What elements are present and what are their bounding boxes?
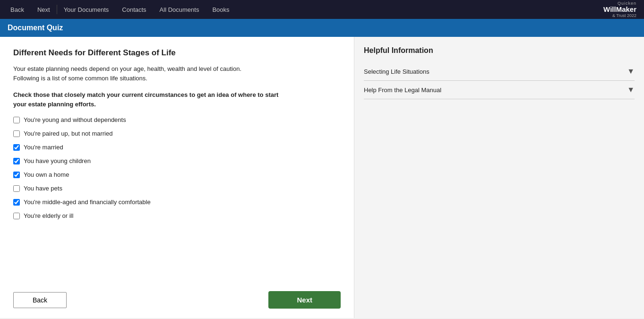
list-item[interactable]: You have pets (13, 185, 341, 192)
checkbox-label: You're elderly or ill (24, 212, 73, 219)
checkbox-own-home[interactable] (13, 172, 20, 178)
page-title: Different Needs for Different Stages of … (13, 48, 341, 58)
nav-books[interactable]: Books (206, 0, 236, 19)
content-area: Different Needs for Different Stages of … (0, 37, 644, 318)
checkbox-label: You're middle-aged and financially comfo… (24, 198, 151, 206)
bottom-buttons: Back Next (13, 286, 341, 309)
brand-logo: Quicken WillMaker & Trust 2022 (603, 1, 640, 18)
check-instructions: Check those that closely match your curr… (13, 90, 341, 109)
checkbox-label: You have young children (24, 157, 91, 164)
checkbox-young-children[interactable] (13, 158, 20, 164)
checkbox-married[interactable] (13, 144, 20, 151)
list-item[interactable]: You're married (13, 144, 341, 151)
checkbox-paired-not-married[interactable] (13, 130, 20, 137)
checkbox-elderly-ill[interactable] (13, 213, 20, 219)
next-button[interactable]: Next (268, 291, 341, 309)
nav-all-documents[interactable]: All Documents (153, 0, 206, 19)
list-item[interactable]: You're elderly or ill (13, 212, 341, 219)
subheader: Document Quiz (0, 19, 644, 37)
checkbox-young-no-dependents[interactable] (13, 117, 20, 123)
back-button[interactable]: Back (13, 292, 67, 308)
checkbox-label: You're paired up, but not married (24, 130, 112, 137)
brand-willmaker-text: WillMaker (603, 6, 636, 14)
list-item[interactable]: You're young and without dependents (13, 116, 341, 123)
left-panel: Different Needs for Different Stages of … (0, 37, 354, 318)
chevron-down-icon: ▼ (627, 67, 635, 76)
checkbox-label: You're married (24, 144, 63, 151)
helpful-item-selecting[interactable]: Selecting Life Situations ▼ (364, 62, 635, 81)
brand-trust-text: & Trust 2022 (612, 13, 636, 18)
nav-your-documents[interactable]: Your Documents (57, 0, 116, 19)
navbar-left: Back Next Your Documents Contacts All Do… (4, 0, 603, 19)
intro-text: Your estate planning needs depend on you… (13, 64, 341, 83)
checkbox-pets[interactable] (13, 185, 20, 192)
list-item[interactable]: You're middle-aged and financially comfo… (13, 198, 341, 206)
nav-next-button[interactable]: Next (31, 0, 57, 19)
checkbox-label: You're young and without dependents (24, 116, 126, 123)
right-panel: Helpful Information Selecting Life Situa… (354, 37, 644, 318)
helpful-item-legal-manual[interactable]: Help From the Legal Manual ▼ (364, 81, 635, 99)
checkbox-list: You're young and without dependents You'… (13, 116, 341, 219)
subheader-title: Document Quiz (8, 24, 63, 32)
list-item[interactable]: You own a home (13, 171, 341, 178)
helpful-item-label: Selecting Life Situations (364, 68, 429, 75)
helpful-item-label: Help From the Legal Manual (364, 86, 441, 94)
navbar: Back Next Your Documents Contacts All Do… (0, 0, 644, 19)
checkbox-middle-aged[interactable] (13, 199, 20, 206)
checkbox-label: You own a home (24, 171, 69, 178)
nav-back-button[interactable]: Back (4, 0, 31, 19)
nav-contacts[interactable]: Contacts (115, 0, 153, 19)
chevron-down-icon: ▼ (627, 86, 635, 94)
checkbox-label: You have pets (24, 185, 62, 192)
list-item[interactable]: You're paired up, but not married (13, 130, 341, 137)
list-item[interactable]: You have young children (13, 157, 341, 164)
helpful-info-title: Helpful Information (364, 46, 635, 55)
